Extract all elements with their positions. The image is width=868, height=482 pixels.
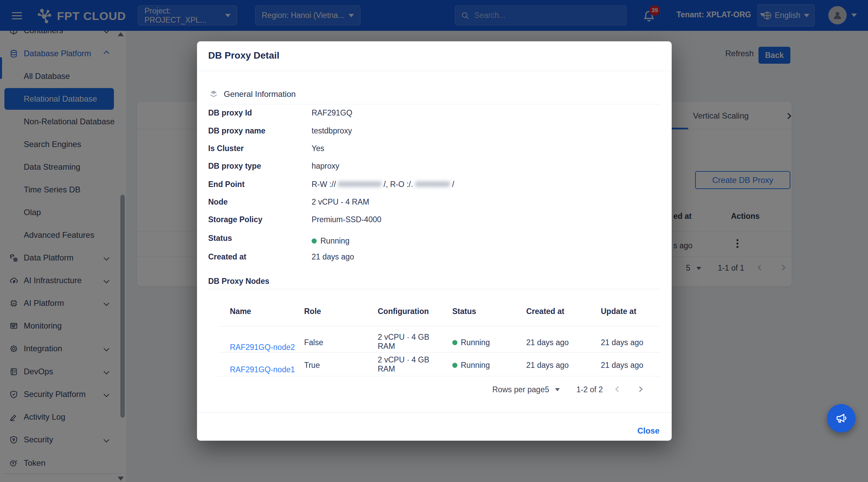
config-line-2: RAM bbox=[378, 342, 429, 351]
node-created-cell: 21 days ago bbox=[526, 338, 569, 347]
table-divider bbox=[218, 352, 660, 353]
field-value: haproxy bbox=[312, 162, 339, 171]
status-text: Running bbox=[320, 236, 350, 246]
field-label: Node bbox=[208, 197, 312, 207]
field-label: DB proxy type bbox=[208, 162, 312, 171]
prev-page-button[interactable] bbox=[615, 386, 621, 392]
field-db-proxy-type: DB proxy type haproxy bbox=[208, 162, 660, 171]
field-value: RAF291GQ bbox=[312, 108, 352, 118]
field-value: Yes bbox=[312, 144, 324, 153]
status-text: Running bbox=[461, 361, 490, 370]
status-dot-green bbox=[452, 363, 457, 368]
endpoint-redacted-segment: ######## bbox=[415, 180, 450, 189]
col-header-name: Name bbox=[230, 307, 251, 316]
endpoint-suffix: / bbox=[452, 180, 454, 189]
node-name-link[interactable]: RAF291GQ-node1 bbox=[230, 365, 295, 374]
node-updated-cell: 21 days ago bbox=[601, 361, 643, 370]
table-row: RAF291GQ-node1 True 2 vCPU · 4 GB RAM Ru… bbox=[208, 354, 660, 377]
status-text: Running bbox=[461, 338, 490, 347]
field-label: DB proxy name bbox=[208, 126, 312, 135]
modal-header-divider bbox=[197, 71, 672, 71]
section-title: General Information bbox=[224, 89, 296, 99]
db-proxy-detail-modal: DB Proxy Detail General Information DB p… bbox=[197, 41, 672, 441]
rows-per-page-label: Rows per page bbox=[492, 385, 545, 394]
modal-footer-divider bbox=[197, 412, 672, 413]
node-role-cell: True bbox=[304, 361, 320, 370]
field-label: Storage Policy bbox=[208, 215, 312, 224]
field-value: Premium-SSD-4000 bbox=[312, 215, 381, 224]
node-name-link[interactable]: RAF291GQ-node2 bbox=[230, 343, 295, 352]
col-header-status: Status bbox=[452, 307, 476, 316]
field-value: R-W :// ########## /, R-O :/. ######## / bbox=[312, 180, 454, 189]
field-label: Is Cluster bbox=[208, 144, 312, 153]
config-line-1: 2 vCPU · 4 GB bbox=[378, 333, 429, 342]
general-information-section-header: General Information bbox=[208, 89, 296, 100]
section-divider bbox=[208, 289, 660, 289]
rows-per-page-value[interactable]: 5 bbox=[545, 385, 549, 394]
field-end-point: End Point R-W :// ########## /, R-O :/. … bbox=[208, 180, 660, 189]
table-divider bbox=[218, 376, 660, 376]
announcements-fab[interactable] bbox=[827, 404, 855, 433]
next-page-button[interactable] bbox=[637, 386, 643, 392]
node-status-cell: Running bbox=[452, 338, 490, 347]
field-db-proxy-id: DB proxy Id RAF291GQ bbox=[208, 108, 660, 118]
endpoint-ro-prefix: /, R-O :/. bbox=[383, 180, 413, 189]
section-divider bbox=[208, 104, 660, 104]
config-line-2: RAM bbox=[378, 364, 429, 374]
pagination-range: 1-2 of 2 bbox=[576, 385, 603, 394]
nodes-table-pagination: Rows per page 5 1-2 of 2 bbox=[197, 384, 660, 395]
field-db-proxy-name: DB proxy name testdbproxy bbox=[208, 126, 660, 135]
field-value: 21 days ago bbox=[312, 252, 354, 261]
field-value: testdbproxy bbox=[312, 126, 352, 135]
node-updated-cell: 21 days ago bbox=[601, 338, 643, 347]
field-is-cluster: Is Cluster Yes bbox=[208, 144, 660, 153]
field-value: Running bbox=[312, 236, 350, 246]
field-created-at: Created at 21 days ago bbox=[208, 252, 660, 261]
endpoint-rw-prefix: R-W :// bbox=[312, 180, 336, 189]
node-config-cell: 2 vCPU · 4 GB RAM bbox=[378, 355, 429, 374]
node-role-cell: False bbox=[304, 338, 323, 347]
modal-title: DB Proxy Detail bbox=[208, 50, 279, 61]
dropdown-caret-icon bbox=[555, 388, 560, 391]
endpoint-redacted-segment: ########## bbox=[338, 180, 381, 189]
field-label: DB proxy Id bbox=[208, 108, 312, 118]
layers-icon bbox=[208, 89, 219, 100]
col-header-created-at: Created at bbox=[526, 307, 564, 316]
field-value: 2 vCPU - 4 RAM bbox=[312, 197, 369, 207]
table-divider bbox=[218, 326, 660, 327]
node-created-cell: 21 days ago bbox=[526, 361, 569, 370]
col-header-role: Role bbox=[304, 307, 321, 316]
close-button[interactable]: Close bbox=[637, 421, 659, 440]
col-header-configuration: Configuration bbox=[378, 307, 429, 316]
config-line-1: 2 vCPU · 4 GB bbox=[378, 355, 429, 364]
db-proxy-nodes-heading: DB Proxy Nodes bbox=[208, 277, 269, 286]
field-status: Status Running bbox=[208, 234, 660, 246]
field-label: End Point bbox=[208, 180, 312, 189]
node-status-cell: Running bbox=[452, 361, 490, 370]
megaphone-icon bbox=[834, 411, 848, 425]
field-label: Created at bbox=[208, 252, 312, 261]
col-header-update-at: Update at bbox=[601, 307, 636, 316]
node-config-cell: 2 vCPU · 4 GB RAM bbox=[378, 333, 429, 351]
status-dot-green bbox=[452, 340, 457, 345]
field-storage-policy: Storage Policy Premium-SSD-4000 bbox=[208, 215, 660, 224]
field-node: Node 2 vCPU - 4 RAM bbox=[208, 197, 660, 207]
status-dot-green bbox=[312, 238, 317, 244]
field-label: Status bbox=[208, 234, 312, 246]
nodes-table-header: Name Role Configuration Status Created a… bbox=[208, 307, 660, 318]
